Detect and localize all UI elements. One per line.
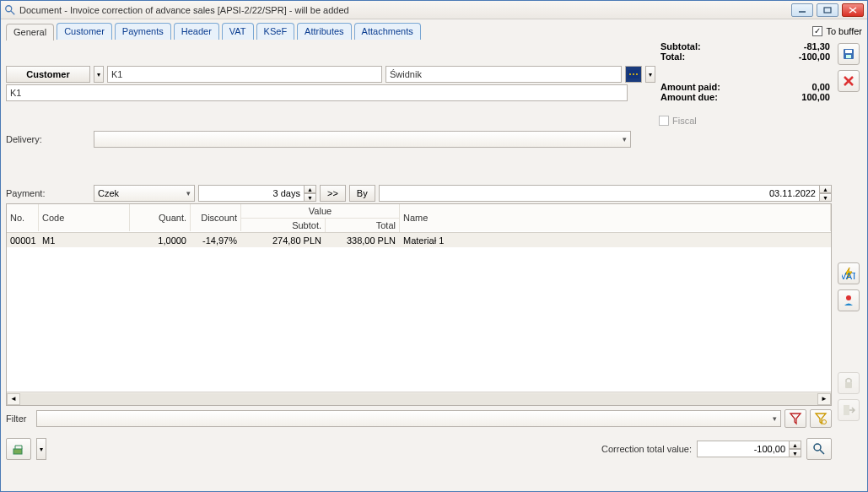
tab-ksef[interactable]: KSeF	[256, 23, 295, 40]
col-total[interactable]: Total	[326, 219, 400, 232]
subtotal-value: -81,30	[804, 41, 830, 51]
svg-text:VAT: VAT	[842, 271, 855, 280]
tab-vat[interactable]: VAT	[222, 23, 254, 40]
payment-method-select[interactable]: Czek	[94, 185, 195, 202]
total-value: -100,00	[799, 51, 830, 62]
save-button[interactable]	[838, 43, 860, 65]
correction-total-label: Correction total value:	[601, 444, 692, 454]
col-code[interactable]: Code	[39, 204, 130, 231]
cancel-button[interactable]	[838, 70, 860, 92]
correction-total-spinner[interactable]: -100,00 ▲▼	[697, 441, 801, 457]
tabbar: General Customer Payments Header VAT KSe…	[1, 19, 867, 40]
customer-button[interactable]: Customer	[6, 66, 90, 83]
spin-up[interactable]: ▲	[305, 185, 316, 193]
forward-button[interactable]: >>	[320, 185, 346, 202]
fiscal-checkbox[interactable]	[659, 116, 669, 126]
svg-point-7	[629, 73, 631, 75]
fiscal-label: Fiscal	[672, 116, 697, 126]
col-value-group[interactable]: Value	[241, 204, 400, 219]
filter-apply-button[interactable]	[784, 409, 806, 428]
tab-general[interactable]: General	[6, 24, 54, 41]
summary-panel: Subtotal:-81,30 Total:-100,00 Amount pai…	[659, 41, 832, 126]
col-discount[interactable]: Discount	[191, 204, 241, 231]
to-buffer-checkbox[interactable]	[812, 26, 822, 36]
tab-attributes[interactable]: Attributes	[297, 23, 351, 40]
svg-rect-3	[824, 8, 831, 13]
svg-rect-21	[845, 382, 852, 388]
to-buffer-label: To buffer	[826, 26, 862, 36]
customer-dropdown[interactable]	[94, 66, 104, 83]
col-name[interactable]: Name	[400, 204, 831, 231]
filter-label: Filter	[6, 414, 33, 424]
tab-payments[interactable]: Payments	[115, 23, 171, 40]
add-item-dropdown[interactable]	[36, 438, 46, 460]
customer-name-input[interactable]: K1	[6, 84, 628, 101]
svg-point-0	[6, 5, 12, 11]
svg-point-9	[636, 73, 638, 75]
svg-point-10	[822, 420, 827, 424]
search-button[interactable]	[806, 438, 832, 460]
spin-up[interactable]: ▲	[790, 441, 801, 449]
items-grid: No. Code Quant. Discount Value Subtot. T…	[6, 203, 832, 406]
svg-rect-22	[844, 405, 849, 415]
add-item-button[interactable]	[6, 438, 31, 460]
svg-point-12	[814, 444, 821, 451]
amount-due-label: Amount due:	[660, 92, 718, 102]
svg-rect-11	[13, 449, 22, 454]
svg-point-20	[846, 295, 851, 300]
col-subtotal[interactable]: Subtot.	[241, 219, 326, 232]
payment-term-spinner[interactable]: 3 days ▲▼	[198, 185, 316, 202]
scroll-right[interactable]: ►	[817, 393, 831, 405]
tab-attachments[interactable]: Attachments	[354, 23, 421, 40]
window-title: Document - Invoice correction of advance…	[19, 5, 791, 15]
svg-line-13	[820, 450, 824, 454]
svg-rect-16	[846, 55, 851, 58]
amount-due-value: 100,00	[801, 92, 830, 102]
spin-down[interactable]: ▼	[820, 193, 832, 202]
document-icon	[4, 4, 16, 16]
close-button[interactable]	[842, 3, 864, 17]
svg-line-1	[11, 10, 14, 14]
total-label: Total:	[660, 51, 685, 62]
spin-up[interactable]: ▲	[820, 185, 832, 193]
horizontal-scrollbar[interactable]: ◄ ►	[7, 392, 831, 405]
amount-paid-label: Amount paid:	[660, 82, 720, 92]
epp-status-dropdown[interactable]	[645, 66, 655, 83]
col-quant[interactable]: Quant.	[130, 204, 191, 231]
tab-customer[interactable]: Customer	[57, 23, 112, 40]
col-no[interactable]: No.	[7, 204, 39, 231]
filter-select[interactable]	[36, 410, 781, 427]
minimize-button[interactable]	[791, 3, 813, 17]
scroll-left[interactable]: ◄	[7, 393, 20, 405]
filter-settings-button[interactable]	[810, 409, 832, 428]
spin-down[interactable]: ▼	[305, 193, 316, 202]
contact-person-button[interactable]	[838, 289, 860, 311]
payment-label: Payment:	[6, 188, 90, 198]
epp-status-flag[interactable]	[625, 66, 642, 83]
titlebar: Document - Invoice correction of advance…	[1, 1, 867, 19]
tab-header[interactable]: Header	[174, 23, 219, 40]
customer-city-input[interactable]: Świdnik	[385, 66, 622, 83]
subtotal-label: Subtotal:	[660, 41, 701, 51]
delivery-select[interactable]	[94, 131, 631, 148]
payment-date-spinner[interactable]: 03.11.2022 ▲▼	[379, 185, 832, 202]
svg-point-8	[633, 73, 634, 75]
maximize-button[interactable]	[817, 3, 838, 17]
delivery-label: Delivery:	[6, 134, 90, 144]
spin-down[interactable]: ▼	[790, 449, 801, 457]
lock-button[interactable]	[838, 372, 860, 394]
amount-paid-value: 0,00	[812, 82, 830, 92]
table-row[interactable]: 00001 M1 1,0000 -14,97% 274,80 PLN 338,0…	[7, 233, 831, 247]
vat-lightning-button[interactable]: VAT	[838, 262, 860, 284]
customer-code-input[interactable]: K1	[107, 66, 382, 83]
exit-button[interactable]	[838, 399, 860, 421]
by-button[interactable]: By	[349, 185, 375, 202]
svg-rect-15	[845, 50, 852, 53]
